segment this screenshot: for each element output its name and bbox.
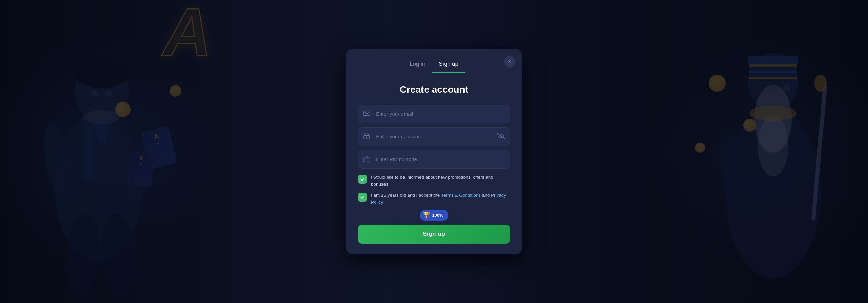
checkbox-group: I would like to be informed about new pr… (358, 174, 510, 206)
modal-title: Create account (358, 84, 510, 95)
tab-signup[interactable]: Sign up (432, 58, 465, 73)
terms-link[interactable]: Terms & Conditions (441, 193, 481, 198)
email-input-group (358, 105, 510, 123)
check-icon (360, 177, 365, 182)
email-input[interactable] (358, 105, 510, 123)
trophy-icon: 🏆 (422, 211, 430, 219)
modal-backdrop: Log in Sign up × Create account (0, 0, 868, 303)
promo-badge-text: 100% (432, 213, 443, 218)
marketing-checkbox-label: I would like to be informed about new pr… (371, 174, 510, 188)
modal-close-button[interactable]: × (504, 56, 515, 68)
promo-input-group (358, 150, 510, 169)
terms-checkbox-item: I am 18 years old and I accept the Terms… (358, 192, 510, 206)
promo-badge: 🏆 100% (420, 210, 448, 221)
modal-dialog: Log in Sign up × Create account (346, 49, 522, 254)
modal-tabs: Log in Sign up × (346, 49, 522, 73)
modal-body: Create account (346, 73, 522, 244)
close-icon: × (508, 59, 511, 65)
signup-button[interactable]: Sign up (358, 225, 510, 244)
marketing-checkbox-item: I would like to be informed about new pr… (358, 174, 510, 188)
privacy-link[interactable]: Privacy Policy (371, 193, 506, 205)
eye-slash-icon[interactable] (497, 133, 505, 140)
check-icon-2 (360, 195, 365, 200)
terms-checkbox-label: I am 18 years old and I accept the Terms… (371, 192, 510, 206)
promo-input[interactable] (358, 150, 510, 169)
promo-badge-wrap: 🏆 100% (358, 210, 510, 221)
marketing-checkbox[interactable] (358, 175, 367, 184)
tab-login[interactable]: Log in (403, 58, 432, 73)
password-input-group (358, 127, 510, 146)
password-input[interactable] (358, 127, 510, 146)
terms-checkbox[interactable] (358, 193, 367, 202)
